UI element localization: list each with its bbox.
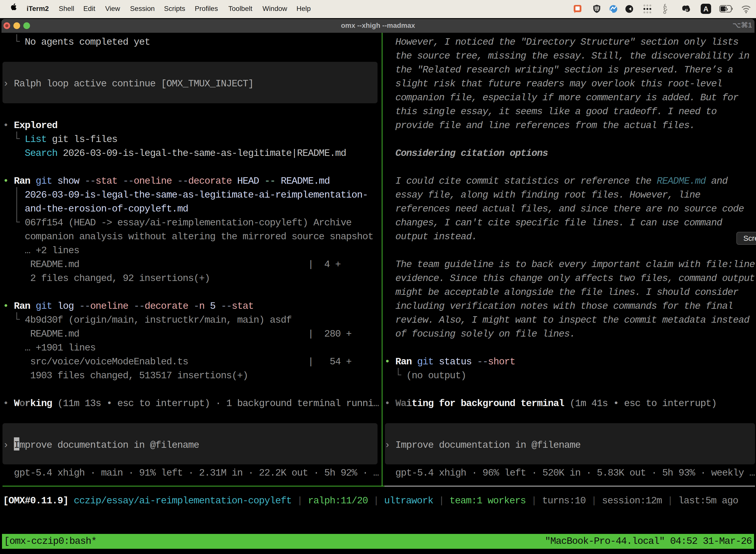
svg-text:..61: ..61	[684, 8, 688, 11]
